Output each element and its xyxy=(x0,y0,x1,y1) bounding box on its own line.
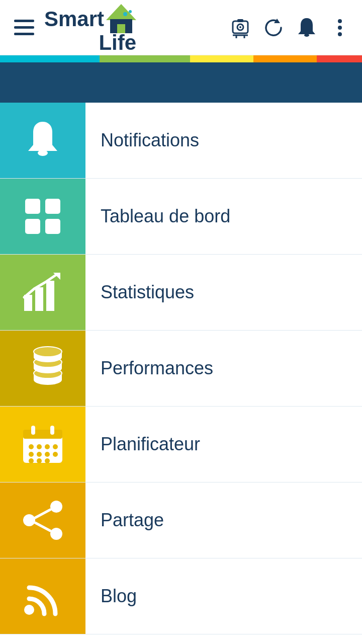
bell-icon xyxy=(20,118,65,163)
menu-item-notifications[interactable]: Notifications xyxy=(0,103,362,179)
svg-point-46 xyxy=(45,444,50,449)
statistiques-label: Statistiques xyxy=(85,282,362,303)
svg-point-56 xyxy=(23,514,35,526)
color-stripe xyxy=(0,55,362,62)
svg-point-45 xyxy=(37,444,42,449)
logo-smart-text: Smart xyxy=(44,9,104,30)
notification-button[interactable] xyxy=(294,15,320,41)
svg-point-47 xyxy=(53,444,58,449)
svg-line-58 xyxy=(35,510,50,518)
more-dots-icon xyxy=(332,16,347,39)
notifications-icon-box xyxy=(0,103,85,178)
statistiques-icon-box xyxy=(0,255,85,330)
stripe-teal xyxy=(0,55,100,62)
partage-label: Partage xyxy=(85,510,362,531)
rss-icon xyxy=(20,574,65,619)
coins-icon xyxy=(20,346,65,391)
svg-point-44 xyxy=(29,444,34,449)
grid-icon xyxy=(20,194,65,239)
svg-line-59 xyxy=(35,523,50,531)
svg-point-60 xyxy=(24,605,34,615)
svg-point-8 xyxy=(239,26,241,28)
share-icon xyxy=(20,498,65,543)
stripe-green xyxy=(100,55,190,62)
svg-point-50 xyxy=(45,452,50,457)
menu-item-statistiques[interactable]: Statistiques xyxy=(0,255,362,331)
menu-item-performances[interactable]: Performances xyxy=(0,331,362,407)
planificateur-label: Planificateur xyxy=(85,434,362,455)
svg-rect-43 xyxy=(50,426,54,435)
planificateur-icon-box xyxy=(0,407,85,482)
stripe-orange xyxy=(253,55,317,62)
app-header: Smart Life xyxy=(0,0,362,55)
menu-item-partage[interactable]: Partage xyxy=(0,482,362,558)
svg-rect-42 xyxy=(31,426,35,435)
svg-rect-21 xyxy=(45,219,60,234)
svg-rect-19 xyxy=(45,199,60,214)
svg-point-3 xyxy=(129,10,132,13)
svg-point-54 xyxy=(45,458,50,463)
refresh-button[interactable] xyxy=(260,15,287,41)
svg-point-53 xyxy=(37,458,42,463)
svg-rect-24 xyxy=(46,281,54,311)
svg-point-52 xyxy=(29,458,34,463)
blog-icon-box xyxy=(0,558,85,634)
menu-list: Notifications Tableau de bord xyxy=(0,103,362,634)
hamburger-menu[interactable] xyxy=(9,15,39,40)
camera-icon xyxy=(229,16,252,39)
menu-item-planificateur[interactable]: Planificateur xyxy=(0,407,362,482)
svg-point-48 xyxy=(29,452,34,457)
camera-button[interactable] xyxy=(227,15,253,41)
calendar-icon xyxy=(20,422,65,467)
notifications-label: Notifications xyxy=(85,130,362,151)
svg-point-57 xyxy=(50,528,62,540)
svg-point-16 xyxy=(338,32,342,36)
header-icons xyxy=(227,15,353,41)
svg-point-17 xyxy=(38,150,48,156)
more-menu-button[interactable] xyxy=(327,15,353,41)
svg-marker-0 xyxy=(106,4,136,20)
bell-header-icon xyxy=(295,16,318,39)
svg-point-2 xyxy=(123,12,127,16)
stripe-red xyxy=(317,55,362,62)
blog-label: Blog xyxy=(85,586,362,607)
svg-rect-23 xyxy=(35,287,43,311)
tableau-icon-box xyxy=(0,179,85,254)
performances-label: Performances xyxy=(85,358,362,379)
svg-rect-18 xyxy=(25,199,40,214)
refresh-icon xyxy=(262,16,285,39)
svg-rect-41 xyxy=(23,430,62,439)
svg-point-49 xyxy=(37,452,42,457)
svg-point-51 xyxy=(53,452,58,457)
svg-rect-20 xyxy=(25,219,40,234)
tableau-label: Tableau de bord xyxy=(85,206,362,227)
svg-point-13 xyxy=(304,34,309,37)
stats-icon xyxy=(20,270,65,315)
logo-life-text: Life xyxy=(99,32,136,53)
svg-point-15 xyxy=(338,26,342,30)
svg-rect-6 xyxy=(237,19,243,22)
partage-icon-box xyxy=(0,482,85,558)
dark-header-band xyxy=(0,62,362,103)
header-left: Smart Life xyxy=(9,2,138,53)
menu-item-tableau[interactable]: Tableau de bord xyxy=(0,179,362,255)
svg-point-55 xyxy=(50,501,62,513)
svg-point-14 xyxy=(338,19,342,23)
performances-icon-box xyxy=(0,331,85,406)
menu-item-blog[interactable]: Blog xyxy=(0,558,362,634)
stripe-yellow xyxy=(190,55,253,62)
app-logo: Smart Life xyxy=(44,2,138,53)
